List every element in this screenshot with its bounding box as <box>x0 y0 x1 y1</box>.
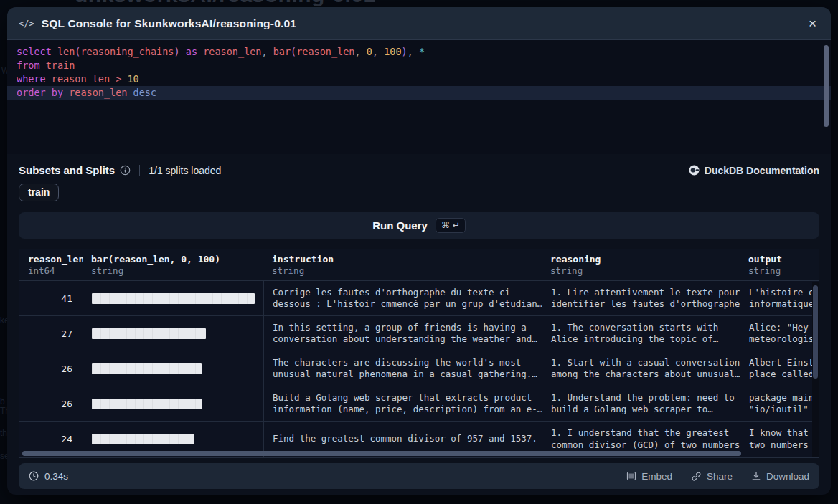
download-label: Download <box>766 471 809 482</box>
cell-output: package main "io/ioutil" " <box>740 386 819 421</box>
sql-token: reason_len <box>52 73 110 85</box>
table-header: reason_lenint64bar(reason_len, 0, 100)st… <box>19 249 819 281</box>
editor-scrollbar[interactable] <box>824 45 829 127</box>
column-type: string <box>748 265 810 276</box>
cell-bar <box>83 386 263 421</box>
query-duration-value: 0.34s <box>44 471 68 482</box>
column-name: bar(reason_len, 0, 100) <box>91 254 255 265</box>
sql-token: 0 <box>367 46 372 57</box>
bar-chart <box>92 328 206 339</box>
run-query-shortcut: ⌘ ↵ <box>436 218 466 233</box>
table-row[interactable]: 27In this setting, a group of friends is… <box>19 316 819 351</box>
sql-token: where <box>17 73 52 85</box>
query-duration: 0.34s <box>29 471 68 482</box>
modal-title: SQL Console for SkunkworksAI/reasoning-0… <box>42 17 799 30</box>
sql-token: as <box>180 46 204 57</box>
cell-bar <box>83 351 263 386</box>
sql-token: train <box>46 60 75 71</box>
cell-output: Albert Einste place called <box>740 351 819 386</box>
column-name: reasoning <box>550 254 731 265</box>
cell-reasoning: 1. Lire attentivement le texte pour iden… <box>542 281 740 315</box>
column-header-instruction[interactable]: instructionstring <box>263 249 542 280</box>
bar-chart <box>92 363 202 374</box>
sql-console-modal: </> SQL Console for SkunkworksAI/reasoni… <box>7 7 831 495</box>
table-horizontal-scrollbar[interactable] <box>22 451 741 456</box>
cell-reason-len: 26 <box>19 386 83 421</box>
sql-token: order by <box>17 87 69 98</box>
sql-token: * <box>419 46 425 57</box>
cell-instruction: Corrige les fautes d'orthographe du text… <box>263 281 542 315</box>
clock-icon <box>29 471 39 481</box>
background-page-title: unksworksAI/reasoning-0.01 <box>75 0 376 7</box>
sql-line[interactable]: select len(reasoning_chains) as reason_l… <box>7 45 831 59</box>
column-name: reason_len <box>28 254 74 265</box>
run-query-button[interactable]: Run Query ⌘ ↵ <box>19 212 819 239</box>
duckdb-documentation-link[interactable]: DuckDB Documentation <box>689 165 819 176</box>
link-icon <box>691 471 702 482</box>
column-type: string <box>550 265 731 276</box>
embed-icon <box>626 471 636 481</box>
download-button[interactable]: Download <box>751 471 809 482</box>
embed-label: Embed <box>641 471 672 482</box>
duckdb-documentation-label: DuckDB Documentation <box>705 165 819 176</box>
modal-header: </> SQL Console for SkunkworksAI/reasoni… <box>7 7 831 40</box>
sql-line[interactable]: order by reason_len desc <box>7 86 831 100</box>
split-chip-train[interactable]: train <box>19 184 59 201</box>
share-button[interactable]: Share <box>691 471 733 482</box>
duckdb-icon <box>689 165 700 176</box>
splits-loaded-status: 1/1 splits loaded <box>149 165 221 176</box>
sql-line[interactable]: from train <box>7 59 831 72</box>
cell-instruction: Build a Golang web scraper that extracts… <box>263 386 542 421</box>
splits-chips: train <box>19 184 819 201</box>
cell-reasoning: 1. The conversation starts with Alice in… <box>542 316 740 351</box>
bar-chart <box>92 434 194 444</box>
column-header-bar-reason-len-0-100-[interactable]: bar(reason_len, 0, 100)string <box>83 249 263 280</box>
cell-instruction: The characters are discussing the world'… <box>263 351 542 386</box>
sql-token: reason_len <box>69 87 127 98</box>
sql-token: bar <box>273 46 291 57</box>
sql-line[interactable]: where reason_len > 10 <box>7 72 831 86</box>
embed-button[interactable]: Embed <box>626 471 672 482</box>
column-header-reason-len[interactable]: reason_lenint64 <box>19 249 83 280</box>
column-header-output[interactable]: outputstring <box>740 249 819 280</box>
column-header-reasoning[interactable]: reasoningstring <box>542 249 740 280</box>
sql-token: reason_len <box>203 46 261 57</box>
cell-output: L'histoire co informatique <box>740 281 819 315</box>
sql-token: len <box>57 46 75 57</box>
run-query-label: Run Query <box>372 219 428 232</box>
cell-output: Alice: "Hey g meteorologist <box>740 316 819 351</box>
divider <box>139 165 140 176</box>
sql-token: ) <box>402 46 408 57</box>
table-row[interactable]: 26The characters are discussing the worl… <box>19 351 819 386</box>
sql-token: , <box>261 46 273 57</box>
sql-token: desc <box>127 87 156 98</box>
sql-token: from <box>17 60 46 71</box>
cell-bar <box>83 316 263 351</box>
sql-token: , <box>372 46 384 57</box>
subsets-row: Subsets and Splits 1/1 splits loaded Duc… <box>19 164 819 176</box>
sql-token: , <box>408 46 419 57</box>
bar-chart <box>92 293 255 304</box>
background-text-fragment: b <box>0 396 5 406</box>
sql-token: reason_len <box>296 46 354 57</box>
column-name: output <box>748 254 810 265</box>
footer-actions: Embed Share Download <box>626 471 809 482</box>
sql-editor[interactable]: select len(reasoning_chains) as reason_l… <box>7 40 831 154</box>
cell-reason-len: 26 <box>19 351 83 386</box>
info-icon[interactable] <box>120 165 131 176</box>
download-icon <box>751 471 761 481</box>
table-vertical-scrollbar[interactable] <box>813 285 818 379</box>
column-type: string <box>91 265 255 276</box>
column-type: int64 <box>28 265 74 276</box>
cell-instruction: In this setting, a group of friends is h… <box>263 316 542 351</box>
modal-footer: 0.34s Embed Share Download <box>19 463 819 489</box>
table-row[interactable]: 41Corrige les fautes d'orthographe du te… <box>19 281 819 316</box>
results-table: reason_lenint64bar(reason_len, 0, 100)st… <box>19 249 819 458</box>
sql-token: ( <box>291 46 296 57</box>
sql-token: 10 <box>127 73 138 85</box>
close-button[interactable]: × <box>806 15 819 32</box>
sql-token: reasoning_chains <box>80 46 174 57</box>
code-icon: </> <box>19 19 34 29</box>
column-type: string <box>272 265 533 276</box>
table-row[interactable]: 26Build a Golang web scraper that extrac… <box>19 386 819 422</box>
